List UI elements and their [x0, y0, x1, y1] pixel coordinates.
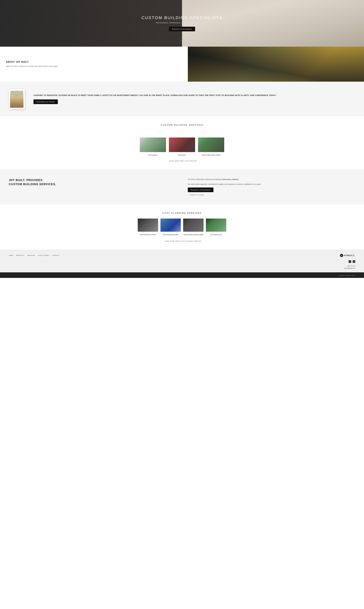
footer: HOME PROJECTS SERVICES CASE STUDIES CONT…	[0, 249, 364, 272]
ebook-cover-image	[11, 97, 23, 105]
hero-cta-button[interactable]: Request a Consultation	[169, 27, 195, 31]
service-label-granny: Granny flats & New Builds	[202, 154, 221, 156]
footer-logo: ✕ HTBUILT.	[340, 254, 355, 257]
cost-section: COST PLANNING SERVICES Full Preliminarie…	[0, 204, 364, 249]
ebook-cover-title: Enhanced Home Living	[11, 91, 22, 92]
cost-image-2	[160, 219, 181, 232]
service-label-renovations: Renovations	[148, 154, 157, 156]
service-card-renovations: Renovations	[140, 138, 166, 156]
about-image	[188, 47, 364, 82]
footer-copyright: Copyright © 2023 JHT Built.	[339, 275, 355, 276]
about-description: Watch Our Story to discover our passion …	[6, 65, 182, 68]
provides-description-1: JHT Built is dedicated to delivering exc…	[188, 178, 355, 181]
hero-section: CUSTOM BUILDING SPECIALISTS Renovations,…	[0, 0, 364, 47]
provides-cta-button[interactable]: Request a Consultation	[188, 188, 213, 192]
service-card-extensions: Extensions	[169, 138, 195, 156]
cost-card-1: Full Preliminaries Service	[138, 219, 158, 236]
cost-label-1: Full Preliminaries Service	[140, 234, 156, 236]
footer-email: office@jhtbuilt.com	[9, 267, 355, 269]
footer-logo-text: HTBUILT.	[344, 254, 355, 257]
ebook-cta-text: LOOKING TO RENOVATE, EXTEND OR BUILD TO …	[34, 94, 355, 97]
cost-card-4: Full Project Quote	[206, 219, 226, 236]
footer-instagram-icon[interactable]: in	[353, 260, 355, 263]
services-section: CUSTOM BUILDING SERVICES Renovations Ext…	[0, 116, 364, 169]
service-image-renovations	[140, 138, 166, 152]
ebook-section: Enhanced Home Living The Guide to renova…	[0, 82, 364, 116]
footer-nav-links: HOME PROJECTS SERVICES CASE STUDIES CONT…	[9, 255, 59, 256]
services-dot-2	[180, 129, 184, 133]
hero-content: CUSTOM BUILDING SPECIALISTS Renovations,…	[141, 15, 222, 31]
service-image-extensions	[169, 138, 195, 152]
services-dot-1	[158, 129, 162, 133]
provides-left: JHT BUILT. PROVIDES CUSTOM BUILDING SERV…	[9, 178, 176, 186]
services-dot-3	[202, 129, 206, 133]
cost-title: COST PLANNING SERVICES	[6, 212, 358, 214]
ebook-cover-description: The Guide to renovating, extending or bu…	[11, 93, 23, 96]
services-title: CUSTOM BUILDING SERVICES	[6, 124, 358, 126]
provides-contact-link[interactable]: CONTACT US NOW	[188, 194, 355, 196]
cost-image-1	[138, 219, 158, 232]
ebook-right: LOOKING TO RENOVATE, EXTEND OR BUILD TO …	[34, 94, 355, 104]
footer-facebook-icon[interactable]: f	[349, 260, 351, 263]
hero-title: CUSTOM BUILDING SPECIALISTS	[141, 15, 222, 20]
cost-cards: Full Preliminaries Service Broad Buildin…	[6, 219, 358, 236]
footer-phone: 0429 210 181	[9, 265, 355, 267]
footer-bottom: Copyright © 2023 JHT Built.	[0, 272, 364, 278]
ebook-cover-inner: Enhanced Home Living The Guide to renova…	[10, 90, 24, 108]
footer-link-services[interactable]: SERVICES	[27, 255, 35, 256]
provides-section: JHT BUILT. PROVIDES CUSTOM BUILDING SERV…	[0, 169, 364, 204]
footer-nav: HOME PROJECTS SERVICES CASE STUDIES CONT…	[9, 254, 355, 257]
services-cards: Renovations Extensions Granny flats & Ne…	[6, 138, 358, 156]
cost-image-4	[206, 219, 226, 232]
cost-card-3: Quick Building Estimate (QBE)	[183, 219, 204, 236]
cost-card-2: Broad Building Estimate	[160, 219, 181, 236]
about-title: ABOUT JHT BUILT	[6, 61, 182, 63]
cost-image-3	[183, 219, 204, 232]
cost-label-4: Full Project Quote	[210, 234, 222, 236]
footer-link-case-studies[interactable]: CASE STUDIES	[38, 255, 49, 256]
about-section: ABOUT JHT BUILT Watch Our Story to disco…	[0, 47, 364, 82]
ebook-cover: Enhanced Home Living The Guide to renova…	[9, 89, 25, 109]
footer-logo-icon: ✕	[340, 254, 343, 257]
provides-right: JHT Built is dedicated to delivering exc…	[188, 178, 355, 196]
ebook-download-button[interactable]: Download your Ebook	[34, 99, 58, 104]
service-label-extensions: Extensions	[178, 154, 186, 156]
services-learn-more-link[interactable]: LEARN MORE ABOUT OUR SERVICES	[167, 160, 197, 162]
cost-learn-more-link[interactable]: LEARN MORE ABOUT COST PLANNING SERVICES	[162, 240, 202, 242]
provides-description-2: Our client-centric approach, commitment …	[188, 183, 355, 186]
service-card-granny: Granny flats & New Builds	[198, 138, 224, 156]
services-dots	[6, 129, 358, 133]
footer-link-home[interactable]: HOME	[9, 255, 13, 256]
service-image-granny	[198, 138, 224, 152]
footer-social: f in	[9, 260, 355, 263]
provides-title: JHT BUILT. PROVIDES CUSTOM BUILDING SERV…	[9, 178, 176, 186]
about-left: ABOUT JHT BUILT Watch Our Story to disco…	[0, 47, 188, 82]
hero-subtitle: Renovations, Extensions, Granny Flats & …	[141, 22, 222, 24]
cost-label-2: Broad Building Estimate	[163, 234, 179, 236]
provides-desc-suffix: .	[239, 179, 239, 180]
about-img-overlay	[188, 47, 364, 82]
footer-link-contact[interactable]: CONTACT	[52, 255, 59, 256]
provides-desc-bold: construction solutions	[221, 179, 239, 180]
provides-desc-prefix: JHT Built is dedicated to delivering exc…	[188, 179, 221, 180]
footer-link-projects[interactable]: PROJECTS	[16, 255, 24, 256]
cost-label-3: Quick Building Estimate (QBE)	[183, 234, 203, 236]
footer-contact: 0429 210 181 office@jhtbuilt.com	[9, 265, 355, 269]
